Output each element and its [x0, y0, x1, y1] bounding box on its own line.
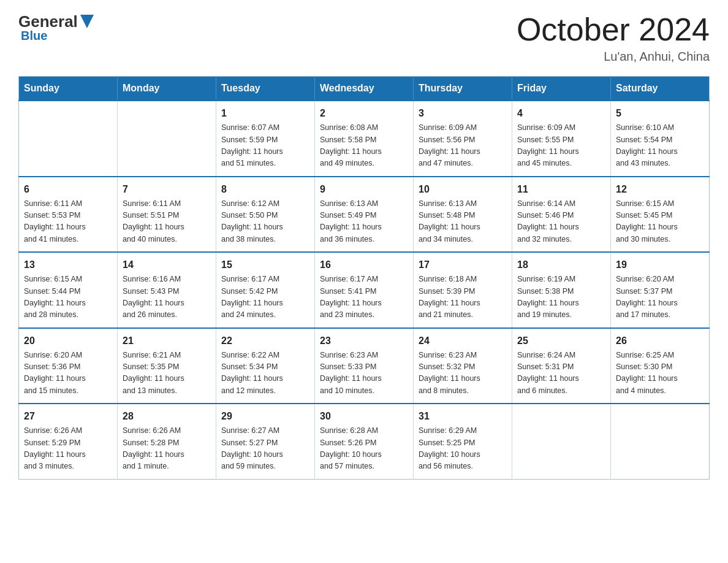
day-info: Sunrise: 6:14 AM Sunset: 5:46 PM Dayligh… [517, 198, 605, 246]
day-number: 8 [221, 182, 309, 197]
calendar-cell [118, 101, 216, 177]
calendar-week-row: 13Sunrise: 6:15 AM Sunset: 5:44 PM Dayli… [19, 252, 710, 328]
day-number: 2 [320, 106, 408, 121]
calendar-cell: 2Sunrise: 6:08 AM Sunset: 5:58 PM Daylig… [315, 101, 414, 177]
day-number: 9 [320, 182, 408, 197]
day-info: Sunrise: 6:22 AM Sunset: 5:34 PM Dayligh… [221, 350, 309, 397]
day-number: 12 [616, 182, 704, 197]
day-number: 13 [24, 258, 112, 272]
day-info: Sunrise: 6:13 AM Sunset: 5:49 PM Dayligh… [320, 198, 408, 246]
calendar-header-row: SundayMondayTuesdayWednesdayThursdayFrid… [19, 77, 710, 101]
column-header-sunday: Sunday [19, 77, 118, 101]
day-info: Sunrise: 6:09 AM Sunset: 5:55 PM Dayligh… [517, 122, 605, 170]
calendar-cell: 3Sunrise: 6:09 AM Sunset: 5:56 PM Daylig… [414, 101, 512, 177]
calendar-cell: 12Sunrise: 6:15 AM Sunset: 5:45 PM Dayli… [611, 177, 710, 253]
calendar-cell: 14Sunrise: 6:16 AM Sunset: 5:43 PM Dayli… [118, 252, 216, 328]
day-number: 21 [123, 334, 211, 348]
calendar-cell [512, 404, 611, 479]
day-info: Sunrise: 6:15 AM Sunset: 5:44 PM Dayligh… [24, 274, 112, 321]
calendar-cell: 31Sunrise: 6:29 AM Sunset: 5:25 PM Dayli… [414, 404, 512, 479]
title-block: October 2024 Lu'an, Anhui, China [517, 12, 710, 64]
calendar-cell: 4Sunrise: 6:09 AM Sunset: 5:55 PM Daylig… [512, 101, 611, 177]
day-number: 4 [517, 106, 605, 121]
calendar-cell: 21Sunrise: 6:21 AM Sunset: 5:35 PM Dayli… [118, 328, 216, 404]
day-info: Sunrise: 6:10 AM Sunset: 5:54 PM Dayligh… [616, 122, 704, 170]
day-info: Sunrise: 6:23 AM Sunset: 5:33 PM Dayligh… [320, 350, 408, 397]
day-info: Sunrise: 6:09 AM Sunset: 5:56 PM Dayligh… [419, 122, 507, 170]
day-number: 27 [24, 409, 112, 424]
day-number: 7 [123, 182, 211, 197]
day-number: 31 [419, 409, 507, 424]
calendar-cell: 9Sunrise: 6:13 AM Sunset: 5:49 PM Daylig… [315, 177, 414, 253]
svg-marker-0 [80, 15, 94, 28]
logo-triangle-icon [80, 15, 94, 28]
page-header: General Blue October 2024 Lu'an, Anhui, … [18, 12, 710, 64]
calendar-table: SundayMondayTuesdayWednesdayThursdayFrid… [18, 76, 710, 480]
calendar-cell: 16Sunrise: 6:17 AM Sunset: 5:41 PM Dayli… [315, 252, 414, 328]
calendar-week-row: 6Sunrise: 6:11 AM Sunset: 5:53 PM Daylig… [19, 177, 710, 253]
day-info: Sunrise: 6:16 AM Sunset: 5:43 PM Dayligh… [123, 274, 211, 321]
calendar-week-row: 27Sunrise: 6:26 AM Sunset: 5:29 PM Dayli… [19, 404, 710, 479]
column-header-wednesday: Wednesday [315, 77, 414, 101]
day-number: 6 [24, 182, 112, 197]
day-number: 28 [123, 409, 211, 424]
day-info: Sunrise: 6:17 AM Sunset: 5:41 PM Dayligh… [320, 274, 408, 321]
calendar-cell: 29Sunrise: 6:27 AM Sunset: 5:27 PM Dayli… [216, 404, 315, 479]
day-info: Sunrise: 6:11 AM Sunset: 5:51 PM Dayligh… [123, 198, 211, 246]
day-number: 15 [221, 258, 309, 272]
day-number: 5 [616, 106, 704, 121]
calendar-cell: 22Sunrise: 6:22 AM Sunset: 5:34 PM Dayli… [216, 328, 315, 404]
day-info: Sunrise: 6:18 AM Sunset: 5:39 PM Dayligh… [419, 274, 507, 321]
day-number: 26 [616, 334, 704, 348]
day-number: 11 [517, 182, 605, 197]
calendar-cell [611, 404, 710, 479]
day-number: 17 [419, 258, 507, 272]
day-info: Sunrise: 6:26 AM Sunset: 5:29 PM Dayligh… [24, 425, 112, 473]
day-info: Sunrise: 6:07 AM Sunset: 5:59 PM Dayligh… [221, 122, 309, 170]
calendar-cell: 20Sunrise: 6:20 AM Sunset: 5:36 PM Dayli… [19, 328, 118, 404]
day-number: 20 [24, 334, 112, 348]
calendar-cell: 1Sunrise: 6:07 AM Sunset: 5:59 PM Daylig… [216, 101, 315, 177]
day-info: Sunrise: 6:17 AM Sunset: 5:42 PM Dayligh… [221, 274, 309, 321]
calendar-cell: 10Sunrise: 6:13 AM Sunset: 5:48 PM Dayli… [414, 177, 512, 253]
calendar-cell: 28Sunrise: 6:26 AM Sunset: 5:28 PM Dayli… [118, 404, 216, 479]
main-title: October 2024 [517, 12, 710, 47]
day-number: 19 [616, 258, 704, 272]
calendar-cell: 23Sunrise: 6:23 AM Sunset: 5:33 PM Dayli… [315, 328, 414, 404]
day-info: Sunrise: 6:26 AM Sunset: 5:28 PM Dayligh… [123, 425, 211, 473]
day-number: 14 [123, 258, 211, 272]
day-number: 23 [320, 334, 408, 348]
calendar-cell: 27Sunrise: 6:26 AM Sunset: 5:29 PM Dayli… [19, 404, 118, 479]
calendar-cell: 19Sunrise: 6:20 AM Sunset: 5:37 PM Dayli… [611, 252, 710, 328]
day-info: Sunrise: 6:27 AM Sunset: 5:27 PM Dayligh… [221, 425, 309, 473]
day-number: 18 [517, 258, 605, 272]
day-number: 16 [320, 258, 408, 272]
day-number: 29 [221, 409, 309, 424]
day-number: 10 [419, 182, 507, 197]
column-header-monday: Monday [118, 77, 216, 101]
day-info: Sunrise: 6:11 AM Sunset: 5:53 PM Dayligh… [24, 198, 112, 246]
calendar-cell: 15Sunrise: 6:17 AM Sunset: 5:42 PM Dayli… [216, 252, 315, 328]
day-number: 24 [419, 334, 507, 348]
day-number: 3 [419, 106, 507, 121]
calendar-week-row: 20Sunrise: 6:20 AM Sunset: 5:36 PM Dayli… [19, 328, 710, 404]
calendar-cell: 6Sunrise: 6:11 AM Sunset: 5:53 PM Daylig… [19, 177, 118, 253]
calendar-cell: 30Sunrise: 6:28 AM Sunset: 5:26 PM Dayli… [315, 404, 414, 479]
day-info: Sunrise: 6:15 AM Sunset: 5:45 PM Dayligh… [616, 198, 704, 246]
day-info: Sunrise: 6:29 AM Sunset: 5:25 PM Dayligh… [419, 425, 507, 473]
day-info: Sunrise: 6:23 AM Sunset: 5:32 PM Dayligh… [419, 350, 507, 397]
calendar-cell: 17Sunrise: 6:18 AM Sunset: 5:39 PM Dayli… [414, 252, 512, 328]
day-number: 22 [221, 334, 309, 348]
calendar-cell: 18Sunrise: 6:19 AM Sunset: 5:38 PM Dayli… [512, 252, 611, 328]
day-info: Sunrise: 6:19 AM Sunset: 5:38 PM Dayligh… [517, 274, 605, 321]
calendar-cell: 7Sunrise: 6:11 AM Sunset: 5:51 PM Daylig… [118, 177, 216, 253]
logo-blue-text: Blue [21, 29, 47, 42]
day-number: 25 [517, 334, 605, 348]
day-info: Sunrise: 6:20 AM Sunset: 5:37 PM Dayligh… [616, 274, 704, 321]
day-info: Sunrise: 6:13 AM Sunset: 5:48 PM Dayligh… [419, 198, 507, 246]
day-info: Sunrise: 6:21 AM Sunset: 5:35 PM Dayligh… [123, 350, 211, 397]
calendar-cell: 24Sunrise: 6:23 AM Sunset: 5:32 PM Dayli… [414, 328, 512, 404]
day-info: Sunrise: 6:25 AM Sunset: 5:30 PM Dayligh… [616, 350, 704, 397]
day-info: Sunrise: 6:08 AM Sunset: 5:58 PM Dayligh… [320, 122, 408, 170]
day-number: 30 [320, 409, 408, 424]
